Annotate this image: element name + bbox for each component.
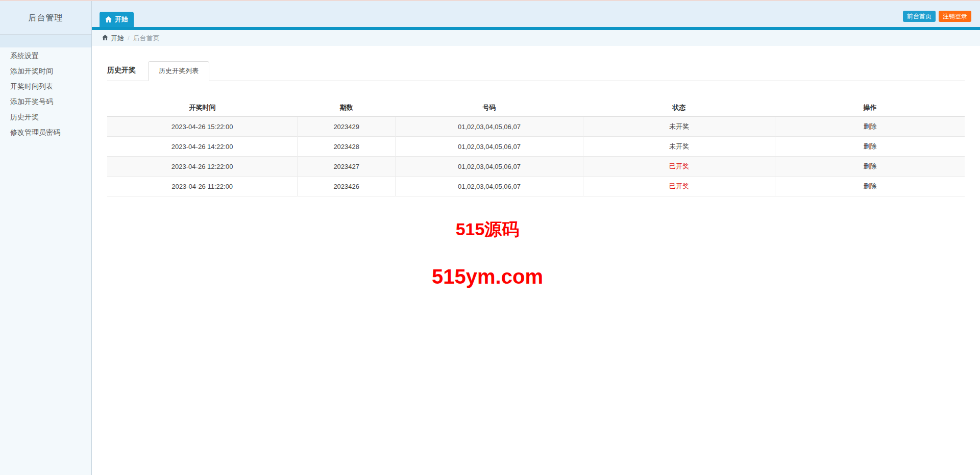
top-nav-bar: 开始 前台首页 注销登录: [92, 1, 980, 27]
sidebar-item-1[interactable]: 添加开奖时间: [0, 63, 91, 79]
cell-numbers: 01,02,03,04,05,06,07: [395, 137, 583, 157]
home-icon: [105, 16, 112, 22]
cell-period: 2023428: [298, 137, 396, 157]
breadcrumb-separator: /: [128, 34, 130, 42]
cell-time: 2023-04-26 11:22:00: [107, 177, 298, 196]
sidebar-item-3[interactable]: 添加开奖号码: [0, 94, 91, 109]
tab-history-lottery[interactable]: 历史开奖: [107, 61, 136, 81]
sidebar-item-0[interactable]: 系统设置: [0, 48, 91, 63]
cell-period: 2023426: [298, 177, 396, 196]
sidebar-item-4[interactable]: 历史开奖: [0, 109, 91, 124]
delete-link[interactable]: 删除: [775, 117, 965, 137]
sidebar: 后台管理 系统设置添加开奖时间开奖时间列表添加开奖号码历史开奖修改管理员密码: [0, 1, 92, 475]
page: 后台管理 系统设置添加开奖时间开奖时间列表添加开奖号码历史开奖修改管理员密码 开…: [0, 1, 980, 475]
lottery-table: 开奖时间期数号码状态操作 2023-04-26 15:22:0020234290…: [107, 99, 965, 196]
top-tab-start[interactable]: 开始: [100, 12, 134, 27]
delete-link[interactable]: 删除: [775, 137, 965, 157]
watermark-line1: 515源码: [107, 219, 868, 240]
cell-status: 已开奖: [583, 177, 775, 196]
column-header: 操作: [775, 99, 965, 117]
logout-button[interactable]: 注销登录: [939, 11, 971, 22]
breadcrumb-home-label: 开始: [111, 34, 124, 43]
column-header: 号码: [395, 99, 583, 117]
lottery-table-header: 开奖时间期数号码状态操作: [107, 99, 965, 117]
cell-numbers: 01,02,03,04,05,06,07: [395, 157, 583, 177]
column-header: 开奖时间: [107, 99, 298, 117]
cell-status: 未开奖: [583, 137, 775, 157]
lottery-table-body: 2023-04-26 15:22:00202342901,02,03,04,05…: [107, 117, 965, 196]
delete-link[interactable]: 删除: [864, 162, 877, 170]
delete-link[interactable]: 删除: [864, 122, 877, 130]
breadcrumb-home-link[interactable]: 开始: [102, 34, 124, 43]
cell-status: 已开奖: [583, 157, 775, 177]
cell-time: 2023-04-26 12:22:00: [107, 157, 298, 177]
column-header: 状态: [583, 99, 775, 117]
cell-time: 2023-04-26 14:22:00: [107, 137, 298, 157]
cell-time: 2023-04-26 15:22:00: [107, 117, 298, 137]
sidebar-item-5[interactable]: 修改管理员密码: [0, 124, 91, 140]
tab-history-lottery-list[interactable]: 历史开奖列表: [148, 61, 209, 81]
breadcrumb: 开始 / 后台首页: [92, 30, 980, 46]
cell-numbers: 01,02,03,04,05,06,07: [395, 117, 583, 137]
sidebar-menu: 系统设置添加开奖时间开奖时间列表添加开奖号码历史开奖修改管理员密码: [0, 47, 91, 475]
cell-numbers: 01,02,03,04,05,06,07: [395, 177, 583, 196]
cell-period: 2023429: [298, 117, 396, 137]
cell-status: 未开奖: [583, 117, 775, 137]
header-buttons: 前台首页 注销登录: [903, 11, 971, 22]
main-area: 开始 前台首页 注销登录 开始 / 后台首页 历史开奖 历史开奖列表: [92, 1, 980, 475]
delete-link[interactable]: 删除: [775, 177, 965, 196]
delete-link[interactable]: 删除: [775, 157, 965, 177]
breadcrumb-current: 后台首页: [133, 34, 160, 43]
column-header: 期数: [298, 99, 396, 117]
sidebar-shortcuts-band: [0, 35, 91, 47]
header-row: 开奖时间期数号码状态操作: [107, 99, 965, 117]
front-home-button[interactable]: 前台首页: [903, 11, 936, 22]
home-icon: [102, 34, 108, 42]
table-row: 2023-04-26 14:22:00202342801,02,03,04,05…: [107, 137, 965, 157]
sidebar-item-2[interactable]: 开奖时间列表: [0, 79, 91, 94]
cell-period: 2023427: [298, 157, 396, 177]
content-tabs: 历史开奖 历史开奖列表: [107, 61, 965, 81]
table-row: 2023-04-26 11:22:00202342601,02,03,04,05…: [107, 177, 965, 196]
delete-link[interactable]: 删除: [864, 182, 877, 190]
sidebar-header: 后台管理: [0, 1, 91, 35]
content-panel: 历史开奖 历史开奖列表 开奖时间期数号码状态操作 2023-04-26 15:2…: [92, 46, 980, 475]
table-row: 2023-04-26 12:22:00202342701,02,03,04,05…: [107, 157, 965, 177]
watermark: 515源码 515ym.com: [107, 219, 965, 289]
app-title: 后台管理: [29, 13, 63, 23]
watermark-line2: 515ym.com: [107, 264, 868, 289]
top-tab-label: 开始: [115, 15, 128, 24]
delete-link[interactable]: 删除: [864, 142, 877, 150]
table-row: 2023-04-26 15:22:00202342901,02,03,04,05…: [107, 117, 965, 137]
